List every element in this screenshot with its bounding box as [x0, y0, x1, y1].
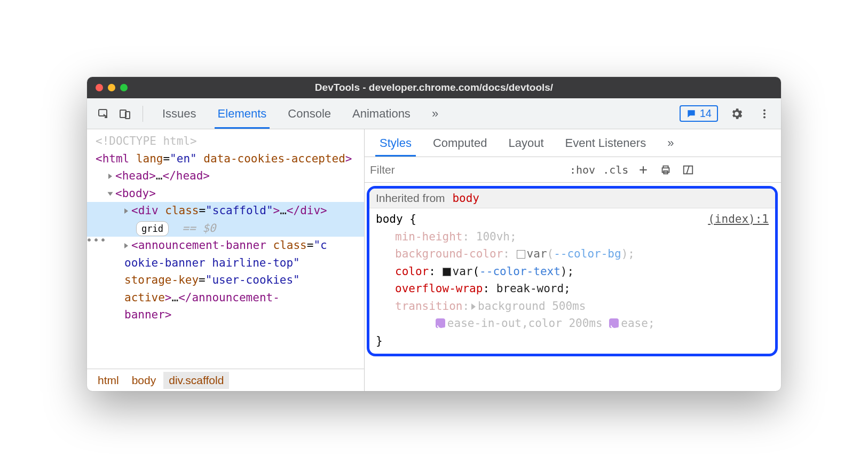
tab-animations[interactable]: Animations — [342, 98, 421, 129]
tab-computed[interactable]: Computed — [422, 129, 498, 157]
prop-background-color[interactable]: background-color: var(--color-bg); — [376, 245, 769, 263]
bezier-icon[interactable] — [436, 318, 445, 328]
overflow-dots-icon[interactable]: ••• — [87, 232, 107, 248]
tab-event-listeners[interactable]: Event Listeners — [555, 129, 657, 157]
settings-icon[interactable] — [728, 105, 746, 123]
tab-styles[interactable]: Styles — [369, 129, 422, 157]
main-toolbar: Issues Elements Console Animations » 14 — [87, 98, 781, 129]
window-title: DevTools - developer.chrome.com/docs/dev… — [87, 82, 781, 93]
elements-panel: ••• <!DOCTYPE html> <html lang="en" data… — [87, 129, 365, 391]
separator — [143, 106, 143, 122]
crumb-html[interactable]: html — [92, 372, 124, 389]
inspect-icon[interactable] — [94, 105, 113, 123]
computed-toggle-icon[interactable] — [681, 162, 696, 177]
announcement-banner-node[interactable]: <announcement-banner class="cookie-banne… — [96, 237, 364, 324]
inherited-header: Inherited from body — [369, 189, 775, 208]
svg-point-3 — [763, 109, 766, 111]
cls-toggle[interactable]: .cls — [603, 163, 628, 176]
new-rule-icon[interactable] — [636, 162, 651, 177]
inherited-styles-highlight: Inherited from body body { (index):1 min… — [367, 186, 778, 356]
tab-elements[interactable]: Elements — [207, 98, 278, 129]
svg-rect-0 — [99, 110, 107, 116]
tab-layout[interactable]: Layout — [498, 129, 554, 157]
print-icon[interactable] — [658, 162, 673, 177]
dollar-zero: == $0 — [182, 222, 216, 235]
selected-node[interactable]: <div class="scaffold">…</div> — [96, 202, 364, 220]
filter-input[interactable] — [370, 163, 562, 176]
styles-filter-bar: :hov .cls — [365, 157, 781, 183]
bezier-icon[interactable] — [609, 318, 619, 328]
tab-issues[interactable]: Issues — [152, 98, 207, 129]
panel-tabs: Issues Elements Console Animations » — [152, 98, 449, 129]
svg-point-4 — [763, 112, 766, 114]
doctype-node[interactable]: <!DOCTYPE html> — [96, 132, 364, 150]
css-rule[interactable]: body { (index):1 min-height: 100vh; back… — [369, 208, 775, 354]
messages-count: 14 — [700, 107, 712, 120]
sidebar-tabs-overflow-icon[interactable]: » — [657, 129, 684, 157]
html-node[interactable]: <html lang="en" data-cookies-accepted> — [96, 150, 364, 168]
crumb-selected[interactable]: div.scaffold — [163, 372, 229, 389]
head-node[interactable]: <head>…</head> — [96, 167, 364, 185]
messages-badge[interactable]: 14 — [680, 105, 718, 122]
prop-overflow-wrap[interactable]: overflow-wrap: break-word; — [376, 280, 769, 298]
rule-close-brace: } — [376, 332, 769, 350]
tab-console[interactable]: Console — [277, 98, 342, 129]
expand-icon[interactable] — [471, 303, 476, 310]
crumb-body[interactable]: body — [127, 372, 162, 389]
body-node[interactable]: <body> — [96, 185, 364, 202]
prop-transition[interactable]: transition:background 500ms ease-in-out,… — [376, 298, 769, 332]
styles-panel: Styles Computed Layout Event Listeners »… — [365, 129, 781, 391]
inherited-from-link[interactable]: body — [452, 192, 479, 205]
color-swatch-icon[interactable] — [517, 250, 525, 259]
devtools-window: DevTools - developer.chrome.com/docs/dev… — [87, 77, 781, 391]
prop-min-height[interactable]: min-height: 100vh; — [376, 228, 769, 246]
prop-color[interactable]: color: var(--color-text); — [376, 263, 769, 280]
device-toggle-icon[interactable] — [116, 105, 134, 123]
title-bar: DevTools - developer.chrome.com/docs/dev… — [87, 77, 781, 98]
source-link[interactable]: (index):1 — [708, 210, 769, 228]
sidebar-tabs: Styles Computed Layout Event Listeners » — [365, 129, 781, 157]
grid-badge[interactable]: grid — [136, 221, 169, 236]
tabs-overflow-icon[interactable]: » — [421, 98, 449, 129]
selector[interactable]: body { — [376, 210, 416, 228]
dom-tree[interactable]: ••• <!DOCTYPE html> <html lang="en" data… — [87, 129, 364, 369]
hov-toggle[interactable]: :hov — [570, 163, 595, 176]
svg-point-5 — [763, 116, 766, 118]
color-swatch-icon[interactable] — [443, 268, 451, 276]
kebab-menu-icon[interactable] — [755, 105, 774, 123]
breadcrumb: html body div.scaffold — [87, 369, 364, 391]
